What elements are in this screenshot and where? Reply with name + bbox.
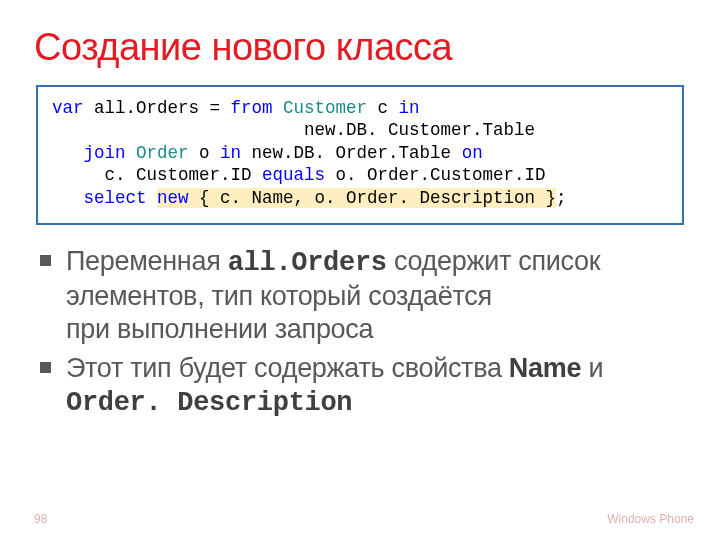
code-block: var all.Orders = from Customer c in new.…	[36, 85, 684, 225]
slide-title: Создание нового класса	[34, 26, 686, 69]
bullet-list: Переменная all.Orders содержит список эл…	[34, 245, 686, 420]
list-item: Этот тип будет содержать свойства Name и…	[38, 352, 686, 420]
bullet-marker-icon	[40, 362, 51, 373]
page-number: 98	[34, 512, 47, 526]
code-content: var all.Orders = from Customer c in new.…	[52, 97, 668, 209]
bullet-marker-icon	[40, 255, 51, 266]
list-item: Переменная all.Orders содержит список эл…	[38, 245, 686, 346]
brand-label: Windows Phone	[607, 512, 694, 526]
footer: 98 Windows Phone	[34, 512, 694, 526]
